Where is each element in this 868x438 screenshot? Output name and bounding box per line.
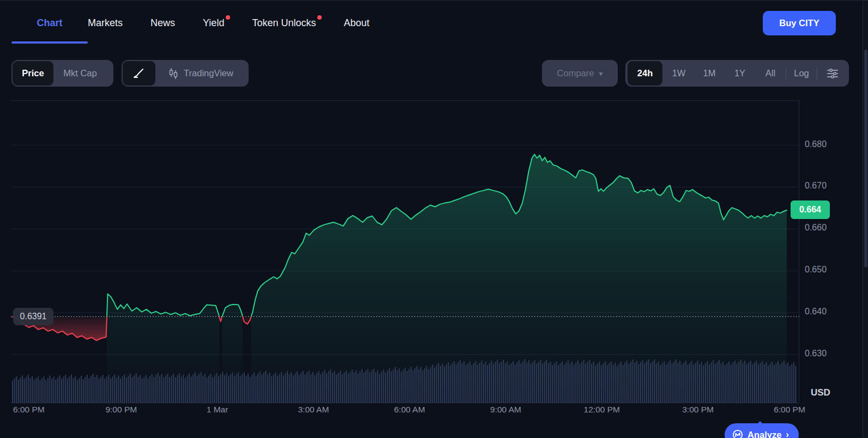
tab-about[interactable]: About (343, 17, 369, 29)
buy-city-button[interactable]: Buy CITY (763, 11, 836, 35)
analyze-button[interactable]: Analyze › (725, 423, 799, 438)
compare-label: Compare (557, 68, 594, 78)
x-axis-tick-label: 6:00 AM (385, 405, 434, 415)
x-axis-tick-label: 9:00 AM (481, 405, 531, 415)
price-mktcap-toggle: Price Mkt Cap (11, 60, 113, 87)
line-chart-button[interactable] (123, 61, 155, 86)
price-chart-svg (11, 101, 799, 404)
notification-dot (226, 15, 230, 20)
chart-type-toggle: TradingView (122, 60, 249, 87)
ticker-nav: Chart Markets News Yield Token Unlocks A… (0, 1, 863, 45)
tab-markets[interactable]: Markets (88, 17, 123, 29)
chart-toolbar: Price Mkt Cap TradingView Compare ▾ 24h … (0, 59, 863, 87)
timeframe-selector: 24h 1W 1M 1Y All Log (625, 60, 849, 87)
chevron-down-icon: ▾ (599, 69, 602, 78)
tab-news[interactable]: News (150, 17, 175, 29)
timeframe-1m[interactable]: 1M (694, 68, 725, 78)
timeframe-24h[interactable]: 24h (628, 61, 662, 86)
chevron-right-icon: › (786, 429, 789, 438)
notification-dot (317, 15, 322, 20)
coinmarketcap-mini-icon (732, 429, 743, 438)
x-axis-tick-label: 1 Mar (193, 405, 242, 415)
analyze-button-label: Analyze (748, 430, 781, 438)
tab-chart[interactable]: Chart (11, 17, 88, 29)
tab-token-unlocks[interactable]: Token Unlocks (252, 17, 316, 29)
page-scrollbar[interactable] (863, 1, 868, 438)
tradingview-label: TradingView (184, 68, 233, 78)
y-axis-tick-label: 0.650 (805, 265, 840, 276)
y-axis-tick-label: 0.660 (805, 223, 840, 234)
tab-yield[interactable]: Yield (203, 17, 224, 29)
tab-chart-label: Chart (37, 17, 62, 28)
current-price-badge: 0.664 (791, 200, 830, 219)
price-chart-canvas[interactable]: 0.6391 CoinMarketCap (11, 100, 799, 403)
price-toggle-button[interactable]: Price (13, 61, 53, 86)
timeframe-1y[interactable]: 1Y (725, 68, 755, 78)
tab-token-unlocks-label: Token Unlocks (252, 17, 316, 28)
y-axis-tick-label: 0.680 (805, 139, 840, 150)
x-axis-tick-label: 6:00 PM (765, 405, 814, 415)
x-axis-tick-label: 6:00 PM (13, 405, 62, 415)
currency-label: USD (811, 387, 830, 398)
tab-news-label: News (150, 17, 175, 28)
timeframe-1w[interactable]: 1W (664, 68, 694, 78)
compare-dropdown[interactable]: Compare ▾ (542, 60, 618, 87)
open-price-label: 0.6391 (13, 308, 53, 325)
tradingview-button[interactable]: TradingView (167, 68, 238, 80)
y-axis-tick-label: 0.630 (805, 349, 840, 360)
chart-settings-button[interactable] (817, 68, 848, 80)
mktcap-toggle-button[interactable]: Mkt Cap (63, 68, 104, 78)
timeframe-all[interactable]: All (755, 68, 786, 78)
scrollbar-thumb[interactable] (864, 50, 867, 267)
x-axis-tick-label: 12:00 PM (577, 405, 626, 415)
nav-tabs: Chart Markets News Yield Token Unlocks A… (11, 1, 397, 45)
sliders-icon (826, 68, 839, 80)
tab-yield-label: Yield (203, 17, 224, 28)
tab-markets-label: Markets (88, 17, 123, 28)
log-scale-button[interactable]: Log (786, 68, 817, 78)
y-axis-tick-label: 0.670 (805, 181, 840, 192)
x-axis-tick-label: 3:00 PM (673, 405, 722, 415)
x-axis-tick-label: 3:00 AM (289, 405, 338, 415)
y-axis-tick-label: 0.640 (805, 307, 840, 318)
candlestick-icon (167, 68, 179, 80)
tab-about-label: About (343, 17, 369, 28)
x-axis-tick-label: 9:00 PM (97, 405, 146, 415)
line-chart-icon (133, 68, 145, 78)
